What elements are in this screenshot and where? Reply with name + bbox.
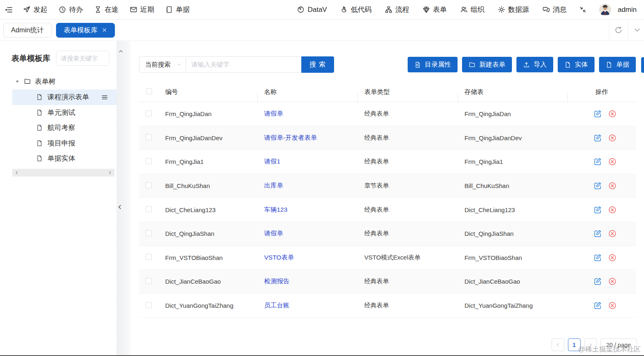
nav-item-message[interactable]: 消息 xyxy=(542,5,567,14)
nav-item-bills[interactable]: 单据 xyxy=(165,5,190,14)
import-button[interactable]: 导入 xyxy=(516,57,553,72)
form-name-link[interactable]: 车辆123 xyxy=(264,206,287,213)
edit-icon[interactable] xyxy=(593,253,602,262)
refresh-icon[interactable] xyxy=(609,26,628,34)
caret-down-icon[interactable] xyxy=(15,79,20,84)
chevron-down-icon[interactable] xyxy=(628,26,644,34)
edit-icon[interactable] xyxy=(593,157,602,166)
delete-icon[interactable] xyxy=(608,301,617,310)
tree-item-0[interactable]: 课程演示表单 xyxy=(12,90,117,105)
edit-icon[interactable] xyxy=(593,134,602,142)
close-icon[interactable] xyxy=(102,27,107,33)
scroll-right-icon[interactable] xyxy=(107,170,112,175)
edit-icon[interactable] xyxy=(593,206,602,214)
forms-table: 编号名称表单类型存储表操作 Frm_QingJiaDan请假单经典表单Frm_Q… xyxy=(139,83,636,318)
catalog-props-button[interactable]: 目录属性 xyxy=(408,57,458,72)
search-field-value: 当前搜索 xyxy=(145,60,171,69)
nav-item-label: 近期 xyxy=(140,5,154,14)
nav-item-in-transit[interactable]: 在途 xyxy=(94,5,119,14)
delete-icon[interactable] xyxy=(608,110,617,118)
tree-item-label: 航司考察 xyxy=(47,123,75,132)
new-form-button[interactable]: 新建表单 xyxy=(462,57,512,72)
nav-item-org[interactable]: 组织 xyxy=(460,5,485,14)
upload-icon xyxy=(523,61,530,68)
edit-icon[interactable] xyxy=(593,110,602,118)
form-name-link[interactable]: 检测报告 xyxy=(264,278,289,284)
form-name-link[interactable]: 请假1 xyxy=(264,158,280,165)
form-name-link[interactable]: 请假单-开发者表单 xyxy=(264,134,317,141)
row-checkbox[interactable] xyxy=(146,254,152,260)
nav-item-label: 单据 xyxy=(176,5,190,14)
delete-icon[interactable] xyxy=(608,157,617,166)
fullscreen-icon[interactable] xyxy=(579,6,587,13)
row-checkbox[interactable] xyxy=(146,230,152,236)
clipped-button[interactable] xyxy=(641,57,644,73)
edit-icon[interactable] xyxy=(593,181,602,190)
table-body: Frm_QingJiaDan请假单经典表单Frm_QingJiaDanFrm_Q… xyxy=(139,102,636,318)
row-checkbox[interactable] xyxy=(146,110,152,116)
item-menu-icon[interactable] xyxy=(101,94,108,101)
document-icon xyxy=(36,94,43,101)
form-name-link[interactable]: 员工台账 xyxy=(264,302,289,309)
nav-item-flow[interactable]: 流程 xyxy=(385,5,409,14)
delete-icon[interactable] xyxy=(608,229,617,238)
action-button-label: 导入 xyxy=(534,60,547,69)
delete-icon[interactable] xyxy=(608,181,617,190)
username[interactable]: admin xyxy=(618,6,637,14)
cell-form-type: 经典表单 xyxy=(358,110,458,118)
pagination-page-1[interactable]: 1 xyxy=(568,338,581,351)
nav-item-form[interactable]: 表单 xyxy=(422,5,447,14)
page-size-select[interactable]: 20 / page xyxy=(601,338,637,351)
doc-icon xyxy=(606,61,613,68)
cell-store-table: Dict_CheLiang123 xyxy=(458,206,568,213)
row-checkbox[interactable] xyxy=(146,302,152,308)
form-name-link[interactable]: 请假单 xyxy=(264,110,283,117)
row-checkbox[interactable] xyxy=(146,206,152,212)
delete-icon[interactable] xyxy=(608,277,617,286)
nav-item-label: DataV xyxy=(307,6,327,14)
nav-item-datav[interactable]: DataV xyxy=(297,6,327,14)
tree-horizontal-scrollbar[interactable] xyxy=(12,169,114,177)
nav-item-todo[interactable]: 待办 xyxy=(58,5,83,14)
edit-icon[interactable] xyxy=(593,301,602,310)
select-all-checkbox[interactable] xyxy=(146,88,152,94)
delete-icon[interactable] xyxy=(608,253,617,262)
cell-store-table: Frm_VSTOBiaoShan xyxy=(458,254,568,261)
form-name-link[interactable]: VSTO表单 xyxy=(264,254,294,261)
search-button[interactable]: 搜 索 xyxy=(301,56,334,73)
row-checkbox[interactable] xyxy=(146,278,152,284)
sidebar-search-input[interactable] xyxy=(56,51,109,66)
tree-root-node[interactable]: 表单树 xyxy=(0,73,117,90)
nav-item-datasource[interactable]: 数据源 xyxy=(498,5,529,14)
avatar[interactable] xyxy=(599,4,611,16)
cell-code: Frm_QingJiaDanDev xyxy=(159,134,258,141)
nav-item-lowcode[interactable]: 低代码 xyxy=(340,5,372,14)
row-checkbox[interactable] xyxy=(146,158,152,164)
menu-fold-icon[interactable] xyxy=(4,5,13,14)
tree-item-2[interactable]: 航司考察 xyxy=(0,120,117,136)
nav-item-initiate[interactable]: 发起 xyxy=(23,5,47,14)
tab-form-template-library[interactable]: 表单模板库 xyxy=(56,23,115,38)
tree-item-1[interactable]: 单元测试 xyxy=(0,105,117,121)
tree-item-3[interactable]: 项目申报 xyxy=(0,136,117,151)
scroll-left-icon[interactable] xyxy=(14,170,20,175)
delete-icon[interactable] xyxy=(608,206,617,214)
pagination-prev[interactable] xyxy=(552,338,564,351)
edit-icon[interactable] xyxy=(593,277,602,286)
pagination-next[interactable] xyxy=(584,338,597,351)
delete-icon[interactable] xyxy=(608,134,617,142)
tab-admin-stats[interactable]: Admin统计 xyxy=(3,23,52,38)
edit-icon[interactable] xyxy=(593,229,602,238)
scroll-up-icon[interactable] xyxy=(118,48,124,54)
row-checkbox[interactable] xyxy=(146,182,152,188)
tree-item-4[interactable]: 单据实体 xyxy=(0,151,117,166)
form-name-link[interactable]: 请假单 xyxy=(264,230,283,237)
form-name-link[interactable]: 出库单 xyxy=(264,182,283,189)
nav-item-recent[interactable]: 近期 xyxy=(130,5,154,14)
keyword-input[interactable] xyxy=(186,56,301,73)
search-field-select[interactable]: 当前搜索 xyxy=(139,56,186,73)
bill-button[interactable]: 单据 xyxy=(599,57,636,72)
collapse-sidebar-icon[interactable] xyxy=(117,204,123,210)
row-checkbox[interactable] xyxy=(146,134,152,140)
entity-button[interactable]: 实体 xyxy=(558,57,595,72)
